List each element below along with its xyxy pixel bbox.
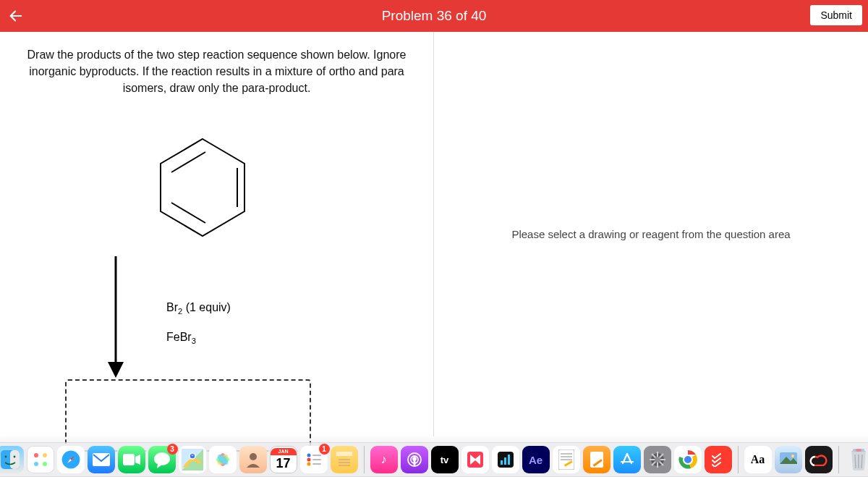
svg-rect-20	[123, 454, 135, 465]
svg-point-11	[34, 453, 38, 457]
stocks-icon[interactable]	[492, 446, 519, 473]
svg-marker-6	[108, 362, 124, 378]
dock-area: 3 JAN 17 1 ♪ tv	[0, 436, 868, 477]
contacts-icon[interactable]	[239, 446, 267, 473]
tv-icon[interactable]: tv	[431, 446, 459, 473]
pages-icon[interactable]	[583, 446, 610, 473]
svg-point-10	[13, 456, 15, 458]
app-store-icon[interactable]	[613, 446, 641, 473]
textedit-icon[interactable]	[553, 446, 580, 473]
svg-point-13	[34, 462, 38, 466]
arrow-left-icon	[8, 8, 24, 24]
svg-point-37	[307, 463, 310, 466]
mail-icon[interactable]	[88, 446, 115, 473]
reaction-diagram: Br2 (1 equiv) FeBr3	[22, 119, 412, 436]
notes-icon[interactable]	[331, 446, 358, 473]
dock-separator	[364, 446, 365, 473]
svg-rect-51	[508, 455, 510, 465]
calendar-icon[interactable]: JAN 17	[270, 446, 297, 473]
question-pane: Draw the products of the two step reacti…	[0, 32, 434, 436]
svg-rect-8	[10, 450, 20, 469]
reminders-badge: 1	[319, 444, 330, 455]
launchpad-icon[interactable]	[27, 446, 54, 473]
svg-point-69	[684, 455, 692, 464]
calendar-day: 17	[276, 455, 290, 471]
svg-marker-21	[135, 455, 140, 465]
dock: 3 JAN 17 1 ♪ tv	[0, 442, 868, 477]
svg-rect-50	[504, 457, 506, 465]
svg-rect-34	[312, 455, 321, 456]
maps-icon[interactable]	[179, 446, 206, 473]
dock-separator	[838, 446, 839, 473]
svg-rect-38	[312, 463, 321, 465]
svg-point-78	[856, 449, 861, 452]
calendar-month: JAN	[271, 448, 297, 455]
answer-pane[interactable]: Please select a drawing or reagent from …	[434, 32, 868, 436]
finder-icon[interactable]	[0, 446, 24, 473]
reagent-list[interactable]: Br2 (1 equiv) FeBr3	[166, 292, 231, 353]
svg-point-72	[791, 455, 794, 457]
system-preferences-icon[interactable]	[644, 446, 671, 473]
back-button[interactable]	[0, 0, 32, 32]
dictionary-icon[interactable]: Aa	[744, 446, 772, 473]
safari-icon[interactable]	[57, 446, 85, 473]
music-icon[interactable]: ♪	[370, 446, 398, 473]
workspace: Draw the products of the two step reacti…	[0, 32, 868, 436]
svg-point-14	[43, 462, 47, 466]
reaction-arrow-icon	[101, 256, 130, 379]
answer-placeholder: Please select a drawing or reagent from …	[511, 228, 790, 240]
svg-point-22	[154, 452, 170, 465]
chrome-icon[interactable]	[674, 446, 702, 473]
product-drop-zone[interactable]	[65, 379, 311, 452]
trash-icon[interactable]	[845, 446, 869, 473]
messages-badge: 3	[167, 444, 178, 455]
svg-point-33	[307, 454, 310, 457]
question-prompt: Draw the products of the two step reacti…	[22, 46, 412, 97]
reagent-line-1: Br2 (1 equiv)	[166, 292, 231, 323]
submit-button[interactable]: Submit	[810, 5, 862, 25]
svg-point-12	[43, 453, 47, 457]
svg-rect-39	[336, 452, 352, 456]
after-effects-icon[interactable]: Ae	[522, 446, 550, 473]
svg-point-67	[655, 457, 660, 463]
dock-separator	[738, 446, 739, 473]
reagent-line-2: FeBr3	[166, 322, 231, 353]
podcasts-icon[interactable]	[401, 446, 428, 473]
messages-icon[interactable]: 3	[148, 446, 176, 473]
photos-icon[interactable]	[209, 446, 237, 473]
creative-cloud-icon[interactable]	[805, 446, 833, 473]
preview-icon[interactable]	[775, 446, 802, 473]
news-icon[interactable]	[461, 446, 489, 473]
reminders-icon[interactable]: 1	[300, 446, 328, 473]
svg-rect-19	[93, 453, 110, 466]
svg-point-35	[307, 458, 310, 462]
topbar: Problem 36 of 40 Submit	[0, 0, 868, 32]
facetime-icon[interactable]	[118, 446, 145, 473]
svg-rect-46	[413, 460, 415, 465]
svg-point-45	[413, 457, 416, 460]
svg-marker-23	[157, 464, 162, 468]
svg-rect-36	[312, 459, 321, 460]
svg-point-9	[4, 456, 7, 458]
todoist-icon[interactable]	[705, 446, 732, 473]
problem-counter: Problem 36 of 40	[382, 8, 487, 24]
svg-point-32	[250, 453, 257, 460]
svg-rect-49	[501, 460, 503, 465]
benzene-structure[interactable]	[152, 133, 253, 242]
